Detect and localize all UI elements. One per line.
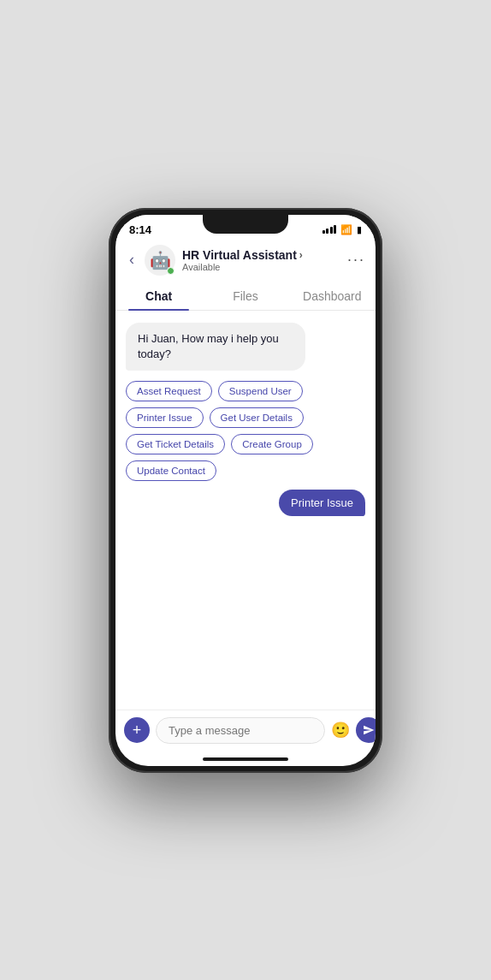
status-time: 8:14 xyxy=(129,223,151,236)
tab-files[interactable]: Files xyxy=(202,282,288,310)
bot-message: Hi Juan, How may i help you today? xyxy=(126,323,305,371)
emoji-button[interactable]: 🙂 xyxy=(331,721,350,739)
quick-reply-suspend-user[interactable]: Suspend User xyxy=(218,381,303,401)
header-info: HR Virtual Assistant › Available xyxy=(182,248,340,272)
send-icon xyxy=(363,724,375,736)
phone-screen: 8:14 📶 ▮ ‹ 🤖 HR Virtual Ass xyxy=(115,215,376,766)
tab-dashboard[interactable]: Dashboard xyxy=(289,282,376,310)
quick-reply-update-contact[interactable]: Update Contact xyxy=(126,460,216,481)
status-icons: 📶 ▮ xyxy=(322,224,363,235)
quick-replies-container: Asset Request Suspend User Printer Issue… xyxy=(126,381,365,481)
user-message: Printer Issue xyxy=(279,490,365,516)
name-chevron: › xyxy=(299,249,303,261)
quick-reply-asset-request[interactable]: Asset Request xyxy=(126,381,212,401)
back-button[interactable]: ‹ xyxy=(126,249,138,270)
message-input[interactable] xyxy=(156,717,325,744)
tab-bar: Chat Files Dashboard xyxy=(115,282,376,311)
home-indicator xyxy=(203,757,288,761)
phone-frame: 8:14 📶 ▮ ‹ 🤖 HR Virtual Ass xyxy=(109,208,382,773)
battery-icon: ▮ xyxy=(357,224,362,235)
more-button[interactable]: ··· xyxy=(347,251,365,269)
add-attachment-button[interactable]: + xyxy=(124,717,150,743)
contact-status: Available xyxy=(182,262,340,272)
wifi-icon: 📶 xyxy=(340,224,352,235)
avatar-wrapper: 🤖 xyxy=(145,245,175,276)
chat-header: ‹ 🤖 HR Virtual Assistant › Available ··· xyxy=(115,240,376,282)
quick-reply-create-group[interactable]: Create Group xyxy=(231,434,313,454)
input-bar: + 🙂 xyxy=(115,710,376,754)
contact-name: HR Virtual Assistant › xyxy=(182,248,340,262)
tab-chat[interactable]: Chat xyxy=(115,282,202,310)
signal-icon xyxy=(322,225,337,234)
send-button[interactable] xyxy=(356,717,376,743)
quick-reply-printer-issue[interactable]: Printer Issue xyxy=(126,407,204,428)
chat-area: Hi Juan, How may i help you today? Asset… xyxy=(115,311,376,710)
quick-reply-get-ticket-details[interactable]: Get Ticket Details xyxy=(126,434,225,454)
online-indicator xyxy=(167,267,175,275)
status-bar: 8:14 📶 ▮ xyxy=(115,215,376,240)
quick-reply-get-user-details[interactable]: Get User Details xyxy=(210,407,304,428)
notch xyxy=(203,215,288,234)
